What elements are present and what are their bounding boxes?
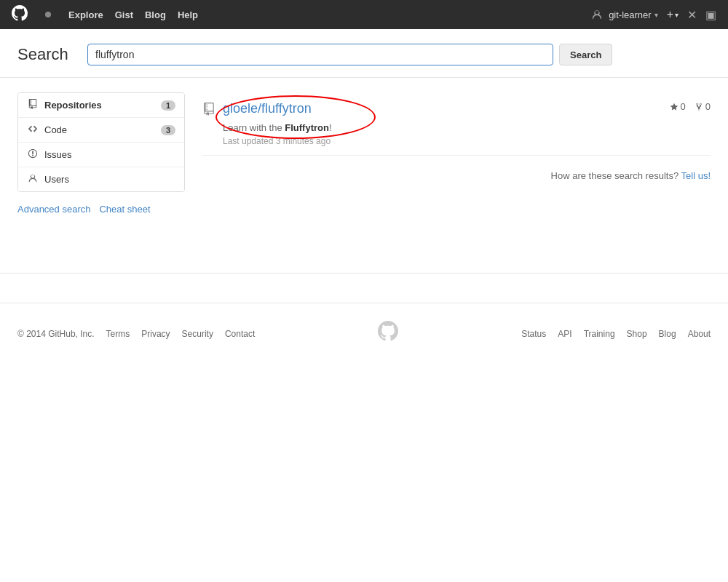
footer-contact-link[interactable]: Contact: [225, 329, 255, 339]
footer-content: © 2014 GitHub, Inc. Terms Privacy Securi…: [0, 303, 728, 364]
footer-copyright: © 2014 GitHub, Inc.: [17, 329, 95, 339]
result-highlight: Fluffytron: [285, 122, 329, 133]
result-forks: 0: [695, 101, 711, 112]
sidebar-code-count: 3: [161, 125, 175, 135]
footer-api-link[interactable]: API: [558, 329, 571, 339]
sidebar-item-issues[interactable]: Issues: [18, 143, 184, 167]
nav-plus-arrow-icon: ▾: [675, 11, 678, 19]
main-content: Repositories 1 Code 3: [0, 78, 728, 229]
nav-user-menu[interactable]: git-learner ▾: [591, 9, 658, 20]
footer-status-link[interactable]: Status: [521, 329, 546, 339]
sidebar-users-label: Users: [44, 174, 175, 185]
issue-icon: [27, 148, 39, 161]
nav-username: git-learner: [609, 9, 652, 20]
sidebar-item-users[interactable]: Users: [18, 167, 184, 191]
search-header: Search Search: [0, 29, 728, 78]
result-stats: 0 0: [670, 101, 711, 112]
footer-blog-link[interactable]: Blog: [659, 329, 676, 339]
result-repo-icon: [202, 103, 215, 119]
footer: © 2014 GitHub, Inc. Terms Privacy Securi…: [0, 273, 728, 364]
footer-left: © 2014 GitHub, Inc. Terms Privacy Securi…: [17, 329, 255, 339]
nav-blog[interactable]: Blog: [145, 9, 166, 20]
nav-gist[interactable]: Gist: [115, 9, 133, 20]
feedback-link[interactable]: Tell us!: [681, 170, 711, 181]
fork-count: 0: [705, 101, 711, 112]
nav-bar: Explore Gist Blog Help git-learner ▾ + ▾…: [0, 0, 728, 29]
feedback-text: How are these search results?: [551, 170, 679, 181]
nav-square-icon[interactable]: ▣: [705, 8, 716, 22]
sidebar-item-repositories[interactable]: Repositories 1: [18, 93, 184, 118]
search-title: Search: [17, 45, 76, 64]
advanced-search-link[interactable]: Advanced search: [17, 204, 90, 215]
code-icon: [27, 124, 39, 136]
sidebar-item-code[interactable]: Code 3: [18, 118, 184, 143]
nav-crosshair-icon[interactable]: ✕: [687, 8, 697, 22]
nav-status-dot: [45, 12, 51, 17]
footer-shop-link[interactable]: Shop: [627, 329, 647, 339]
sidebar-issues-label: Issues: [44, 149, 175, 160]
search-input[interactable]: [87, 44, 553, 65]
sidebar-filter-list: Repositories 1 Code 3: [17, 92, 185, 192]
star-count: 0: [681, 101, 686, 112]
search-button[interactable]: Search: [559, 44, 612, 65]
nav-new-menu[interactable]: + ▾: [667, 8, 678, 21]
footer-training-link[interactable]: Training: [584, 329, 615, 339]
nav-help[interactable]: Help: [178, 9, 198, 20]
result-description: Learn with the Fluffytron!: [202, 122, 711, 133]
nav-user-dropdown-icon: ▾: [654, 11, 658, 19]
footer-logo: [378, 321, 398, 346]
results-area: gioele/fluffytron Learn with the Fluffyt…: [185, 92, 711, 215]
nav-explore[interactable]: Explore: [68, 9, 103, 20]
user-icon: [27, 173, 39, 186]
sidebar-repositories-count: 1: [161, 100, 175, 111]
footer-security-link[interactable]: Security: [182, 329, 213, 339]
feedback-row: How are these search results? Tell us!: [202, 170, 711, 181]
search-form: Search: [87, 44, 711, 65]
nav-plus-label: +: [667, 8, 673, 21]
sidebar-code-label: Code: [44, 124, 155, 135]
result-header: gioele/fluffytron: [202, 101, 711, 119]
cheat-sheet-link[interactable]: Cheat sheet: [99, 204, 150, 215]
result-stars: 0: [670, 101, 686, 112]
github-logo-icon[interactable]: [12, 5, 28, 25]
result-meta: Last updated 3 minutes ago: [202, 136, 711, 146]
sidebar-footer-links: Advanced search Cheat sheet: [17, 204, 185, 215]
result-item-0: gioele/fluffytron Learn with the Fluffyt…: [202, 92, 711, 156]
repo-icon: [27, 99, 39, 111]
footer-privacy-link[interactable]: Privacy: [141, 329, 170, 339]
footer-about-link[interactable]: About: [688, 329, 711, 339]
footer-right: Status API Training Shop Blog About: [521, 329, 711, 339]
sidebar: Repositories 1 Code 3: [17, 92, 185, 215]
footer-terms-link[interactable]: Terms: [106, 329, 130, 339]
sidebar-repositories-label: Repositories: [44, 100, 155, 111]
result-title-link[interactable]: gioele/fluffytron: [223, 101, 312, 116]
